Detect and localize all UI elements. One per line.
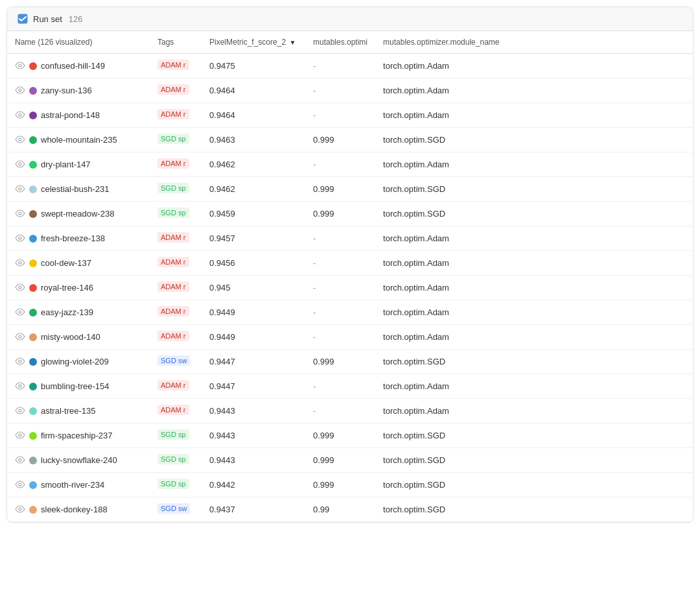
optimizer-value: torch.optim.Adam [383,258,449,268]
tag-badge[interactable]: SGD sp [158,429,189,440]
visibility-icon[interactable] [15,480,25,490]
metric-value: 0.9475 [209,61,235,71]
tag-badge[interactable]: SGD sp [158,479,189,489]
metric-value: 0.9456 [209,258,235,268]
optimizer-cell: torch.optim.Adam [375,103,693,128]
run-name: swept-meadow-238 [41,209,114,219]
mutables-cell: - [305,103,375,128]
tag-badge[interactable]: ADAM r [158,232,189,243]
table-row: royal-tree-146 ADAM r 0.945 - torch.opti… [7,276,693,300]
tags-cell: SGD sp [150,177,202,202]
visibility-icon[interactable] [15,135,25,145]
tags-cell: ADAM r [150,300,202,325]
visibility-icon[interactable] [15,160,25,170]
metric-value: 0.9443 [209,431,235,440]
metric-cell: 0.9475 [202,54,305,78]
visibility-icon[interactable] [15,406,25,416]
metric-cell: 0.9457 [202,226,305,251]
visibility-icon[interactable] [15,357,25,367]
tags-cell: ADAM r [150,325,202,350]
main-container: Run set 126 Name (126 visualized) Tags P… [6,6,694,523]
name-cell: fresh-breeze-138 [7,226,150,251]
tag-badge[interactable]: SGD sw [158,355,190,366]
metric-value: 0.945 [209,283,231,293]
mutables-value: 0.999 [313,357,334,366]
tag-badge[interactable]: SGD sp [158,134,189,144]
svg-point-18 [19,483,21,486]
run-name: misty-wood-140 [41,332,100,342]
tag-badge[interactable]: ADAM r [158,331,189,341]
tag-badge[interactable]: ADAM r [158,60,189,70]
visibility-icon[interactable] [15,307,25,318]
mutables-value: 0.999 [313,455,334,465]
tags-cell: SGD sp [150,202,202,226]
optimizer-value: torch.optim.Adam [383,110,449,120]
run-name: confused-hill-149 [41,61,105,71]
tag-badge[interactable]: ADAM r [158,281,189,292]
metric-column-header[interactable]: PixelMetric_f_score_2 ▼ [202,31,305,54]
tags-cell: SGD sw [150,350,202,374]
name-cell: confused-hill-149 [7,54,150,78]
visibility-icon[interactable] [15,381,25,392]
tag-badge[interactable]: ADAM r [158,109,189,119]
mutables-cell: - [305,399,375,424]
name-cell: swept-meadow-238 [7,202,150,226]
mutables-value: 0.999 [313,184,334,194]
tags-cell: SGD sw [150,497,202,522]
tag-badge[interactable]: ADAM r [158,257,189,267]
table-row: smooth-river-234 SGD sp 0.9442 0.999 tor… [7,473,693,497]
mutables-cell: - [305,276,375,300]
visibility-icon[interactable] [15,431,25,441]
svg-point-13 [19,360,21,363]
metric-value: 0.9443 [209,406,235,416]
svg-point-8 [19,237,21,239]
mutables-cell: 0.999 [305,473,375,497]
tag-badge[interactable]: SGD sw [158,503,190,514]
visibility-icon[interactable] [15,258,25,269]
optimizer-value: torch.optim.SGD [383,455,445,465]
mutables-cell: 0.999 [305,350,375,374]
metric-value: 0.9443 [209,455,235,465]
optimizer-cell: torch.optim.Adam [375,152,693,177]
run-color-dot [29,62,37,70]
svg-point-14 [19,385,21,387]
optimizer-cell: torch.optim.SGD [375,350,693,374]
tag-badge[interactable]: ADAM r [158,306,189,316]
tag-badge[interactable]: SGD sp [158,454,189,464]
table-row: misty-wood-140 ADAM r 0.9449 - torch.opt… [7,325,693,350]
visibility-icon[interactable] [15,332,25,342]
mutables-cell: - [305,152,375,177]
visibility-icon[interactable] [15,110,25,121]
visibility-icon[interactable] [15,283,25,293]
run-set-checkbox[interactable] [18,14,28,24]
visibility-icon[interactable] [15,209,25,219]
run-name: smooth-river-234 [41,480,104,490]
tag-badge[interactable]: ADAM r [158,380,189,390]
optimizer-cell: torch.optim.Adam [375,300,693,325]
mutables-cell: - [305,251,375,276]
tag-badge[interactable]: SGD sp [158,208,189,218]
optimizer-cell: torch.optim.Adam [375,399,693,424]
visibility-icon[interactable] [15,455,25,466]
run-color-dot [29,358,37,366]
metric-value: 0.9447 [209,381,235,391]
run-color-dot [29,432,37,440]
visibility-icon[interactable] [15,61,25,71]
header-bar: Run set 126 [7,7,693,31]
tags-cell: SGD sp [150,128,202,152]
visibility-icon[interactable] [15,86,25,96]
tag-badge[interactable]: ADAM r [158,84,189,95]
svg-point-4 [19,138,21,141]
tag-badge[interactable]: ADAM r [158,158,189,169]
run-name: fresh-breeze-138 [41,233,105,243]
mutables-value: 0.999 [313,209,334,219]
visibility-icon[interactable] [15,233,25,244]
tag-badge[interactable]: SGD sp [158,183,189,193]
visibility-icon[interactable] [15,505,25,515]
tag-badge[interactable]: ADAM r [158,405,189,415]
table-row: dry-plant-147 ADAM r 0.9462 - torch.opti… [7,152,693,177]
optimizer-value: torch.optim.SGD [383,431,445,440]
visibility-icon[interactable] [15,184,25,195]
run-name: whole-mountain-235 [41,135,117,145]
run-name: bumbling-tree-154 [41,381,110,391]
